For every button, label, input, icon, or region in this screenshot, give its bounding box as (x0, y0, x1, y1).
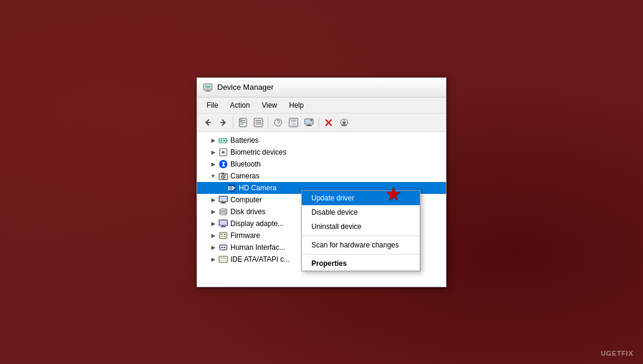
svg-rect-65 (219, 256, 227, 262)
expand-icon-computer: ▶ (209, 196, 217, 204)
tree-item-cameras[interactable]: ▼ Cameras (197, 170, 446, 182)
device-manager-window: Device Manager File Action View Help (196, 77, 447, 287)
forward-button[interactable] (216, 115, 230, 130)
ide-label: IDE ATA/ATAPI c... (230, 255, 290, 263)
svg-rect-13 (255, 122, 261, 123)
svg-rect-58 (220, 233, 227, 239)
hid-icon (219, 243, 228, 252)
batteries-label: Batteries (230, 136, 258, 145)
cameras-label: Cameras (230, 172, 260, 180)
tree-item-bluetooth[interactable]: ▶ Bluetooth (197, 158, 446, 170)
biometric-icon (219, 148, 228, 157)
ctx-properties[interactable]: Properties (302, 256, 420, 271)
svg-point-39 (223, 175, 224, 177)
remove-icon (324, 118, 333, 127)
monitor-icon: ! (304, 118, 314, 127)
context-menu: Update driver Disable device Uninstall d… (301, 190, 420, 271)
display-icon (219, 219, 228, 228)
ctx-scan-hardware[interactable]: Scan for hardware changes (302, 238, 420, 252)
svg-rect-9 (241, 124, 244, 124)
ide-icon (219, 255, 228, 264)
svg-rect-66 (220, 258, 226, 259)
file-menu[interactable]: File (202, 99, 223, 111)
svg-rect-61 (221, 236, 226, 237)
toolbar-sep-2 (268, 117, 269, 128)
expand-icon-disk: ▶ (209, 208, 217, 216)
window-icon (203, 83, 213, 92)
svg-rect-67 (220, 260, 226, 261)
bluetooth-icon (219, 159, 228, 169)
svg-rect-40 (221, 172, 224, 174)
svg-rect-23 (306, 125, 312, 126)
hd-camera-label: HD Camera (239, 184, 276, 192)
svg-text:?: ? (277, 120, 280, 126)
svg-point-64 (224, 246, 226, 248)
firmware-icon (219, 231, 228, 240)
svg-rect-48 (220, 197, 227, 201)
computer-label: Computer (230, 196, 262, 204)
svg-rect-5 (220, 122, 225, 123)
properties-button[interactable] (236, 115, 250, 130)
svg-rect-22 (307, 125, 311, 125)
svg-rect-50 (220, 203, 226, 203)
svg-rect-55 (221, 226, 225, 227)
svg-point-45 (230, 187, 232, 189)
svg-rect-8 (241, 122, 245, 123)
hd-camera-icon (227, 183, 236, 193)
display-label: Display adapte... (230, 219, 283, 228)
svg-rect-56 (220, 227, 226, 227)
disk-label: Disk drives (230, 208, 266, 216)
expand-icon: ▶ (209, 136, 217, 145)
tree-item-batteries[interactable]: ▶ Batteries (197, 134, 446, 146)
biometric-label: Biometric devices (230, 148, 286, 156)
svg-rect-32 (220, 140, 222, 142)
ctx-disable-device[interactable]: Disable device (302, 205, 420, 219)
expand-icon-biometric: ▶ (209, 148, 217, 156)
forward-icon (219, 118, 228, 127)
ctx-sep-2 (302, 254, 420, 255)
svg-rect-29 (342, 124, 347, 125)
ctx-update-driver[interactable]: Update driver (302, 191, 420, 205)
help-menu[interactable]: Help (285, 99, 309, 111)
svg-rect-30 (219, 139, 226, 143)
svg-rect-18 (291, 120, 296, 122)
ctx-uninstall-device[interactable]: Uninstall device (302, 219, 420, 234)
toolbar-sep-3 (319, 117, 319, 128)
svg-rect-57 (220, 221, 227, 225)
svg-rect-12 (255, 120, 261, 121)
window-title: Device Manager (217, 83, 274, 92)
remove-button[interactable] (322, 115, 336, 130)
toolbar-sep-1 (233, 117, 233, 128)
toggle-button[interactable] (286, 115, 301, 130)
list-button[interactable] (251, 115, 266, 130)
download-button[interactable] (337, 115, 351, 130)
svg-rect-1 (205, 85, 211, 89)
svg-rect-33 (223, 140, 225, 142)
svg-rect-10 (239, 119, 242, 122)
hid-label: Human Interfac... (230, 243, 285, 252)
toolbar: ? ! (197, 114, 446, 132)
svg-point-63 (221, 246, 223, 248)
svg-rect-41 (225, 174, 226, 175)
download-icon (339, 118, 349, 127)
firmware-label: Firmware (230, 231, 260, 240)
svg-rect-3 (205, 91, 211, 92)
menu-bar: File Action View Help (197, 98, 446, 114)
svg-rect-19 (291, 123, 296, 125)
toggle-icon (289, 118, 298, 127)
ctx-sep-1 (302, 236, 420, 236)
action-menu[interactable]: Action (225, 99, 254, 111)
list-icon (254, 118, 263, 127)
computer-icon (219, 195, 228, 205)
title-bar: Device Manager (197, 78, 446, 98)
expand-icon-firmware: ▶ (209, 231, 217, 240)
view-menu[interactable]: View (257, 99, 282, 111)
camera-folder-icon (219, 171, 228, 181)
svg-point-35 (223, 151, 224, 153)
help-button[interactable]: ? (271, 115, 285, 130)
svg-rect-59 (221, 234, 223, 235)
batteries-icon (219, 136, 228, 145)
back-button[interactable] (201, 115, 215, 130)
monitor-button[interactable]: ! (302, 115, 316, 130)
tree-item-biometric[interactable]: ▶ Biometric devices (197, 146, 446, 158)
